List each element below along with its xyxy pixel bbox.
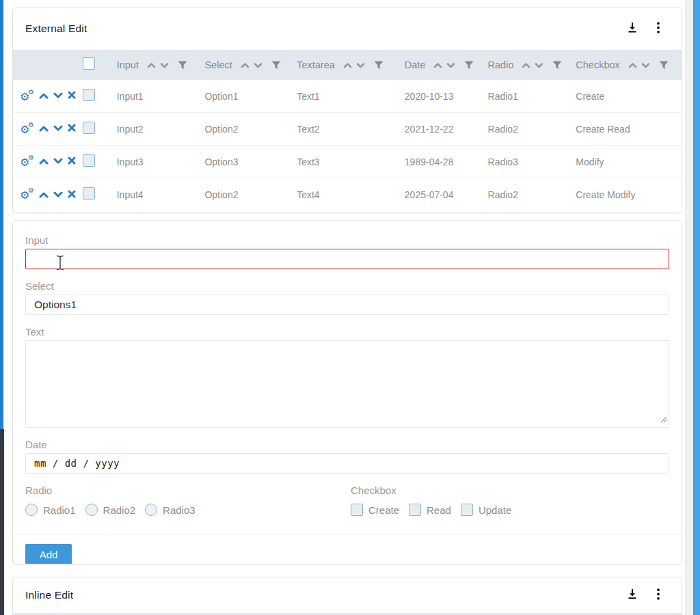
chevron-down-icon bbox=[53, 190, 63, 200]
x-icon bbox=[68, 190, 76, 200]
row-settings-button[interactable]: ⚙⚙ bbox=[20, 155, 34, 169]
sort-asc-button[interactable] bbox=[520, 62, 533, 68]
sort-asc-button[interactable] bbox=[626, 62, 639, 68]
x-icon bbox=[68, 91, 76, 101]
column-label: Date bbox=[405, 59, 426, 70]
filter-button[interactable] bbox=[178, 61, 187, 70]
sort-desc-button[interactable] bbox=[354, 62, 367, 68]
sort-desc-button[interactable] bbox=[444, 62, 457, 68]
textarea-field[interactable] bbox=[25, 340, 669, 428]
add-button[interactable]: Add bbox=[25, 544, 72, 564]
cogs-icon: ⚙⚙ bbox=[20, 155, 34, 169]
sort-desc-button[interactable] bbox=[158, 62, 171, 68]
row-settings-button[interactable]: ⚙⚙ bbox=[20, 188, 34, 202]
download-icon bbox=[627, 589, 638, 601]
download-button[interactable] bbox=[625, 588, 639, 603]
external-edit-card-header: External Edit bbox=[13, 8, 682, 50]
input-label: Input bbox=[25, 234, 669, 246]
row-move-down-button[interactable] bbox=[53, 190, 63, 200]
radio-option[interactable]: Radio3 bbox=[145, 504, 196, 516]
row-move-down-button[interactable] bbox=[53, 91, 63, 101]
row-delete-button[interactable] bbox=[68, 190, 76, 200]
row-move-up-button[interactable] bbox=[39, 156, 49, 167]
table-row: ⚙⚙ Input4 Option2 Text4 2025-07-04 Radio… bbox=[13, 178, 682, 211]
chevron-up-icon bbox=[39, 124, 49, 134]
row-settings-button[interactable]: ⚙⚙ bbox=[20, 122, 34, 136]
sort-asc-button[interactable] bbox=[431, 62, 444, 68]
row-move-up-button[interactable] bbox=[39, 124, 49, 134]
cell-textarea: Text4 bbox=[297, 189, 405, 200]
cell-radio: Radio1 bbox=[488, 91, 576, 102]
date-field[interactable]: mm / dd / yyyy bbox=[25, 453, 669, 474]
filter-button[interactable] bbox=[271, 61, 281, 70]
select-label: Select bbox=[25, 280, 669, 292]
cell-checkbox: Modify bbox=[576, 156, 682, 167]
read-checkbox[interactable] bbox=[409, 504, 421, 516]
row-delete-button[interactable] bbox=[68, 91, 76, 101]
row-checkbox[interactable] bbox=[83, 122, 95, 134]
scrollbar-thumb[interactable] bbox=[693, 0, 700, 615]
filter-button[interactable] bbox=[659, 61, 669, 70]
sort-desc-button[interactable] bbox=[533, 62, 546, 68]
date-placeholder: mm / dd / yyyy bbox=[34, 458, 120, 469]
row-checkbox[interactable] bbox=[83, 154, 95, 167]
radio3-radio[interactable] bbox=[145, 504, 157, 516]
cell-radio: Radio2 bbox=[488, 189, 576, 200]
kebab-menu-icon bbox=[657, 22, 660, 36]
input-field[interactable] bbox=[25, 249, 669, 269]
row-delete-button[interactable] bbox=[68, 156, 76, 167]
chevron-up-icon bbox=[39, 190, 49, 200]
kebab-menu-icon bbox=[657, 588, 660, 602]
row-settings-button[interactable]: ⚙⚙ bbox=[20, 90, 34, 103]
download-icon bbox=[627, 23, 638, 35]
chevron-up-icon bbox=[39, 156, 49, 167]
radio-option[interactable]: Radio2 bbox=[85, 504, 136, 516]
cell-input: Input2 bbox=[117, 124, 205, 135]
radio-option[interactable]: Radio1 bbox=[25, 504, 76, 516]
cell-radio: Radio3 bbox=[488, 156, 576, 167]
checkbox-option[interactable]: Read bbox=[409, 504, 451, 516]
select-value: Options1 bbox=[34, 299, 77, 311]
row-move-down-button[interactable] bbox=[53, 156, 63, 167]
radio-option-label: Radio3 bbox=[163, 504, 196, 516]
row-checkbox[interactable] bbox=[83, 89, 95, 101]
download-button[interactable] bbox=[625, 21, 639, 36]
cogs-icon: ⚙⚙ bbox=[20, 188, 34, 202]
cogs-icon: ⚙⚙ bbox=[20, 122, 34, 136]
create-checkbox[interactable] bbox=[351, 504, 363, 516]
update-checkbox[interactable] bbox=[461, 504, 473, 516]
row-checkbox[interactable] bbox=[83, 187, 95, 200]
more-options-button[interactable] bbox=[656, 587, 661, 603]
sort-asc-button[interactable] bbox=[145, 62, 158, 68]
radio1-radio[interactable] bbox=[25, 504, 38, 516]
sort-asc-button[interactable] bbox=[341, 62, 354, 68]
checkbox-group-label: Checkbox bbox=[351, 484, 521, 496]
column-label: Textarea bbox=[297, 59, 335, 70]
more-options-button[interactable] bbox=[656, 20, 661, 37]
cell-select: Option3 bbox=[204, 156, 297, 167]
checkbox-option[interactable]: Create bbox=[351, 504, 399, 516]
row-move-up-button[interactable] bbox=[39, 190, 49, 200]
row-move-down-button[interactable] bbox=[53, 124, 63, 134]
resize-grip-icon[interactable] bbox=[659, 413, 667, 426]
filter-button[interactable] bbox=[464, 61, 474, 70]
select-all-checkbox[interactable] bbox=[83, 57, 95, 70]
filter-button[interactable] bbox=[552, 61, 562, 70]
row-delete-button[interactable] bbox=[68, 124, 76, 134]
filter-button[interactable] bbox=[374, 61, 383, 70]
checkbox-option[interactable]: Update bbox=[461, 504, 511, 516]
chevron-down-icon bbox=[53, 124, 63, 134]
radio2-radio[interactable] bbox=[85, 504, 98, 516]
column-label: Input bbox=[117, 59, 139, 70]
chevron-up-icon bbox=[39, 91, 49, 101]
cell-date: 2020-10-13 bbox=[405, 91, 488, 102]
column-header-textarea: Textarea bbox=[297, 59, 405, 70]
select-field[interactable]: Options1 bbox=[25, 295, 669, 315]
sort-asc-button[interactable] bbox=[239, 62, 252, 68]
cell-select: Option2 bbox=[204, 124, 297, 135]
checkbox-option-label: Create bbox=[368, 504, 399, 516]
card-title: Inline Edit bbox=[25, 589, 73, 601]
sort-desc-button[interactable] bbox=[252, 62, 265, 68]
sort-desc-button[interactable] bbox=[639, 62, 652, 68]
row-move-up-button[interactable] bbox=[39, 91, 49, 101]
